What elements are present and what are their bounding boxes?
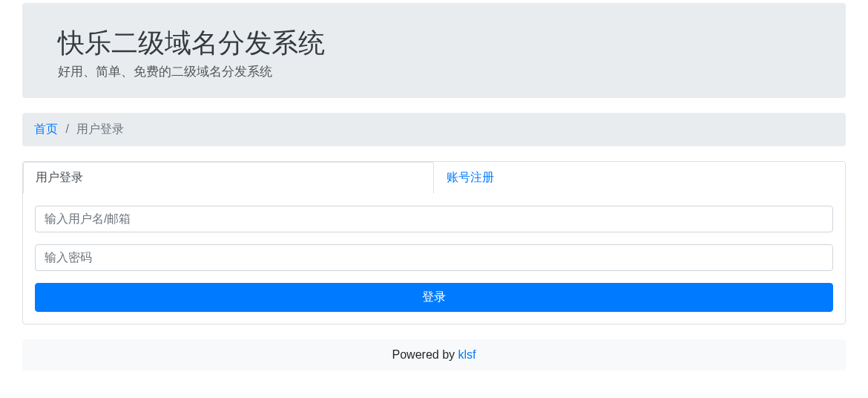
breadcrumb-home-link[interactable]: 首页 <box>34 123 58 135</box>
tab-register[interactable]: 账号注册 <box>434 162 845 194</box>
footer-link[interactable]: klsf <box>458 348 476 361</box>
login-button[interactable]: 登录 <box>35 283 833 312</box>
breadcrumb: 首页 / 用户登录 <box>22 113 846 146</box>
page-title: 快乐二级域名分发系统 <box>58 27 810 59</box>
footer-text: Powered by <box>392 348 458 361</box>
password-input[interactable] <box>35 244 833 271</box>
page-subtitle: 好用、简单、免费的二级域名分发系统 <box>58 63 810 80</box>
breadcrumb-separator: / <box>65 123 68 135</box>
login-form: 登录 <box>23 194 845 324</box>
tab-bar: 用户登录 账号注册 <box>23 162 845 194</box>
footer: Powered by klsf <box>22 339 846 371</box>
tab-login[interactable]: 用户登录 <box>23 162 434 194</box>
login-panel: 用户登录 账号注册 登录 <box>22 161 846 324</box>
page-header: 快乐二级域名分发系统 好用、简单、免费的二级域名分发系统 <box>22 3 846 98</box>
breadcrumb-current: 用户登录 <box>76 123 124 135</box>
username-input[interactable] <box>35 206 833 232</box>
